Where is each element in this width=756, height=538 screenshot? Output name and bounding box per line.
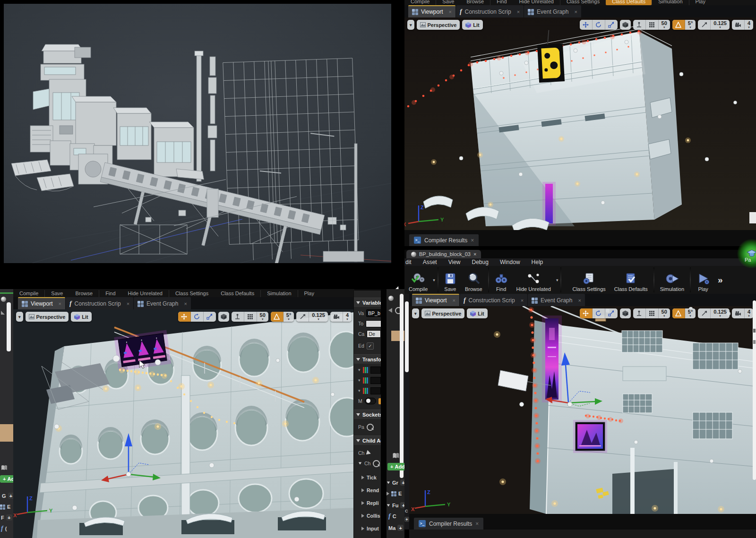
class-defaults-button[interactable]: Class Defaults	[610, 266, 652, 294]
viewport-3d[interactable]: Z Y X ▾ Perspective Lit	[409, 306, 756, 514]
scale-snap-icon[interactable]	[698, 20, 711, 30]
docked-panel-edge[interactable]	[753, 300, 756, 480]
tab-construction-script[interactable]: f Construction Scrip ×	[66, 297, 133, 309]
camera-speed-group[interactable]: 4▾	[732, 20, 753, 30]
class-settings-button[interactable]: Class Settings	[568, 266, 610, 294]
menu-window[interactable]: Window	[494, 259, 526, 265]
rotation-snap-group[interactable]: 5°▾	[672, 20, 696, 30]
graphs-section[interactable]: Gr	[392, 480, 398, 486]
viewport-options-button[interactable]: ▾	[412, 308, 419, 318]
modeling-viewport[interactable]	[4, 4, 391, 263]
close-icon[interactable]: ×	[574, 9, 577, 15]
simulation-button[interactable]: Simulation	[652, 0, 688, 5]
graphs-section[interactable]: G+	[2, 493, 13, 499]
compiler-results-tab[interactable]: >_ Compiler Results ×	[409, 234, 479, 246]
add-component-button[interactable]: +Add	[387, 463, 404, 470]
browse-button[interactable]: Browse	[69, 290, 99, 297]
rotation-row[interactable]: ▾	[354, 376, 381, 384]
details-section-child-actor[interactable]: Child Ac	[354, 436, 381, 445]
hide-unrelated-caret[interactable]: ▾	[555, 278, 559, 282]
menu-asset[interactable]: Asset	[417, 259, 443, 265]
scale-snap-icon[interactable]	[698, 308, 711, 318]
rotation-snap-icon[interactable]	[672, 20, 685, 30]
save-button[interactable]: Save	[44, 290, 69, 297]
variable-name-field[interactable]: BP_b	[366, 309, 381, 317]
class-defaults-button[interactable]: Class Defaults	[606, 0, 652, 5]
rotate-tool-icon[interactable]	[191, 312, 204, 322]
menu-edit[interactable]: dit	[404, 259, 417, 265]
camera-speed-group[interactable]: 4▾	[330, 312, 352, 322]
lit-mode-button[interactable]: Lit	[467, 308, 487, 318]
menu-view[interactable]: View	[443, 259, 466, 265]
tab-viewport[interactable]: Viewport ×	[18, 297, 65, 309]
find-button[interactable]: Find	[99, 290, 121, 297]
transform-tools[interactable]	[178, 312, 216, 322]
lit-mode-button[interactable]: Lit	[462, 20, 482, 30]
save-button[interactable]: Save	[440, 266, 461, 294]
viewport-3d[interactable]: Z Y X ▾ Perspective	[13, 309, 354, 538]
menu-debug[interactable]: Debug	[466, 259, 494, 265]
translate-tool-icon[interactable]	[580, 308, 593, 318]
location-row[interactable]: ▾	[354, 366, 381, 374]
hide-unrelated-button[interactable]: Hide Unrelated	[512, 266, 555, 294]
close-icon[interactable]: ×	[521, 298, 524, 303]
toolbar-overflow-chevron[interactable]: »	[714, 275, 727, 285]
grid-snap-group[interactable]: 50▾	[232, 312, 268, 322]
class-settings-button[interactable]: Class Settings	[560, 0, 606, 5]
play-button[interactable]: Play	[692, 266, 714, 294]
lit-mode-button[interactable]: Lit	[71, 312, 91, 322]
asset-tab[interactable]: BP_building_block_03 ×	[406, 250, 481, 258]
transform-tools[interactable]	[580, 20, 618, 30]
grid-snap-icon[interactable]	[646, 20, 659, 30]
close-icon[interactable]: ×	[448, 9, 451, 15]
translate-tool-icon[interactable]	[580, 20, 593, 30]
tab-construction-script[interactable]: f Construction Scrip ×	[456, 5, 524, 17]
add-component-button[interactable]: +Add	[0, 475, 13, 483]
category-dropdown[interactable]: De	[367, 330, 381, 338]
coordinate-space-button[interactable]	[620, 308, 631, 318]
rotation-snap-group[interactable]: 5°▾	[271, 312, 294, 322]
viewport-options-button[interactable]: ▾	[407, 20, 414, 30]
tooltip-field[interactable]	[366, 320, 381, 327]
section-tick[interactable]: Tick	[354, 473, 381, 482]
grid-snap-size[interactable]: 50▾	[659, 20, 670, 30]
close-icon[interactable]: ×	[471, 237, 474, 244]
tab-event-graph[interactable]: Event Graph ×	[528, 294, 585, 306]
grid-snap-icon[interactable]	[646, 308, 659, 318]
details-section-transform[interactable]: Transfo	[354, 354, 381, 364]
close-icon[interactable]: ×	[452, 298, 455, 303]
mobility-row[interactable]: M	[354, 397, 381, 405]
tab-event-graph[interactable]: Event Graph ×	[524, 5, 581, 17]
class-settings-button[interactable]: Class Settings	[169, 290, 215, 297]
rotation-snap-icon[interactable]	[271, 312, 284, 322]
rotation-snap-group[interactable]: 5°▾	[672, 308, 696, 318]
rotate-tool-icon[interactable]	[593, 308, 605, 318]
browse-button[interactable]: Browse	[460, 0, 490, 5]
functions-section[interactable]: F+	[1, 514, 12, 521]
compile-options-caret[interactable]: ▾	[432, 278, 436, 282]
play-button[interactable]: Play	[689, 0, 712, 5]
find-button[interactable]: Find	[490, 0, 513, 5]
close-icon[interactable]: ×	[475, 521, 479, 527]
macros-section[interactable]: Ma	[388, 525, 395, 531]
details-section-variable[interactable]: Variable	[354, 298, 381, 307]
close-icon[interactable]: ×	[517, 9, 520, 15]
scale-tool-icon[interactable]	[605, 20, 618, 30]
socket-search-icon[interactable]	[367, 424, 374, 431]
camera-speed-value[interactable]: 4▾	[343, 312, 352, 322]
scale-tool-icon[interactable]	[605, 308, 618, 318]
camera-speed-icon[interactable]	[732, 20, 745, 30]
compiler-results-tab[interactable]: >_ Compiler Results ×	[414, 518, 483, 529]
camera-speed-value[interactable]: 4▾	[745, 308, 753, 318]
tab-event-graph[interactable]: Event Graph ×	[134, 297, 191, 309]
tab-construction-script[interactable]: f Construction Scrip ×	[460, 294, 527, 306]
scale-row[interactable]: ▾	[354, 386, 381, 395]
transform-tools[interactable]	[580, 308, 618, 318]
compile-button[interactable]: Compile	[404, 266, 432, 294]
play-button[interactable]: Play	[298, 290, 320, 297]
event-graph-item[interactable]: E	[398, 491, 402, 496]
surface-snap-icon[interactable]	[633, 308, 646, 318]
camera-speed-icon[interactable]	[732, 308, 745, 318]
rotation-snap-angle[interactable]: 5°▾	[284, 312, 294, 322]
close-icon[interactable]: ×	[473, 251, 476, 257]
